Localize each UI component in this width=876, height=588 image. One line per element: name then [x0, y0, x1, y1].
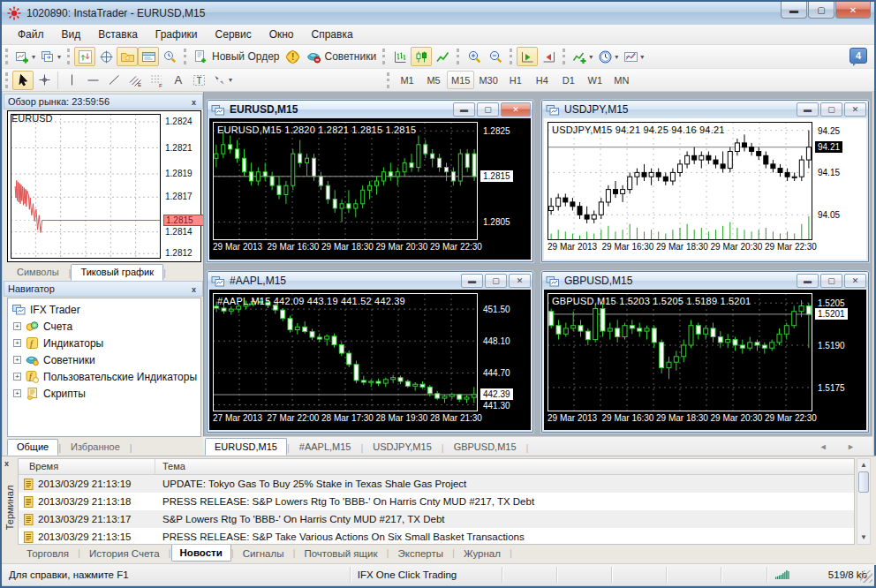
- close-button[interactable]: ✕: [835, 2, 871, 19]
- scroll-thumb[interactable]: [858, 471, 869, 493]
- scroll-up-icon[interactable]: ▲: [858, 460, 869, 471]
- chart-window-titlebar[interactable]: EURUSD,M15▬▢✕: [208, 101, 532, 118]
- important-button[interactable]: !: [283, 47, 304, 66]
- text-tool-button[interactable]: A: [167, 71, 188, 90]
- arrows-tool-button[interactable]: ▾: [209, 71, 235, 90]
- auto-scroll-button[interactable]: [517, 47, 538, 66]
- periods-dropdown-icon[interactable]: ▾: [615, 53, 618, 61]
- chart-minimize-button[interactable]: ▬: [797, 274, 819, 288]
- menu-окно[interactable]: Окно: [261, 26, 303, 43]
- templates-dropdown-icon[interactable]: ▾: [640, 53, 644, 61]
- chart-close-button[interactable]: ✕: [509, 274, 531, 288]
- templates-button[interactable]: ▾: [621, 47, 646, 66]
- nav-item-скрипты[interactable]: +Скрипты: [11, 385, 200, 402]
- timeframe-m1[interactable]: M1: [394, 71, 420, 89]
- toolbar-grip[interactable]: [510, 49, 514, 64]
- profiles-dropdown-icon[interactable]: ▾: [57, 53, 61, 61]
- nav-item-пользовательские-индикаторы[interactable]: +fПользовательские Индикаторы: [11, 368, 200, 385]
- experts-button[interactable]: Советники: [304, 47, 380, 66]
- news-table-header[interactable]: Время Тема: [19, 459, 854, 475]
- chart-minimize-button[interactable]: ▬: [461, 274, 483, 288]
- window-titlebar[interactable]: 1020890: InstaTrader - EURUSD,M15 ▬ ▢ ✕: [2, 2, 874, 25]
- timeframe-d1[interactable]: D1: [555, 71, 582, 89]
- chart-tab-eurusdm15[interactable]: EURUSD,M15: [205, 438, 287, 456]
- toolbar-grip[interactable]: [382, 49, 387, 64]
- zoom-in-button[interactable]: [464, 47, 485, 66]
- trendline-tool-button[interactable]: [103, 71, 125, 90]
- news-row[interactable]: 2013/03/29 21:13:17S&P Lowers Rtg To 'BB…: [19, 510, 854, 528]
- menu-графики[interactable]: Графики: [147, 26, 207, 43]
- toolbar-grip[interactable]: [5, 49, 10, 64]
- nav-item-счета[interactable]: +Счета: [11, 318, 200, 335]
- chart-tab-aaplm15[interactable]: #AAPL,M15: [290, 438, 361, 456]
- tick-chart[interactable]: EURUSD1.28241.28211.28191.28171.28141.28…: [7, 110, 201, 262]
- indicators-dropdown-icon[interactable]: ▾: [589, 53, 593, 61]
- cursor-tool-button[interactable]: [12, 71, 34, 90]
- tree-expand-icon[interactable]: +: [13, 373, 21, 381]
- vline-tool-button[interactable]: [61, 71, 82, 90]
- chart-window-titlebar[interactable]: USDJPY,M15▬▢✕: [542, 101, 868, 118]
- chart-tab-gbpusdm15[interactable]: GBPUSD,M15: [444, 438, 526, 456]
- chart-tab-usdjpym15[interactable]: USDJPY,M15: [363, 438, 441, 456]
- terminal-tab-новости[interactable]: Новости: [171, 545, 231, 562]
- chart-close-button[interactable]: ✕: [844, 274, 866, 288]
- chart-restore-button[interactable]: ▢: [485, 274, 507, 288]
- zoom-out-button[interactable]: [485, 47, 506, 66]
- nav-item-советники[interactable]: +Советники: [11, 351, 200, 368]
- periods-button[interactable]: ▾: [595, 47, 621, 66]
- new-chart-button[interactable]: ▾: [12, 47, 38, 66]
- menu-справка[interactable]: Справка: [303, 26, 362, 43]
- market-watch-tab-тиковый-график[interactable]: Тиковый график: [71, 264, 163, 281]
- news-column-topic[interactable]: Тема: [155, 459, 854, 474]
- chart-plot-area[interactable]: USDJPY,M15 94.21 94.25 94.16 94.2194.259…: [544, 118, 866, 260]
- toolbar-grip[interactable]: [184, 49, 188, 64]
- crosshair-tool-button[interactable]: [34, 71, 55, 90]
- market-watch-close-icon[interactable]: x: [188, 96, 200, 108]
- timeframe-h4[interactable]: H4: [529, 71, 555, 89]
- new-order-button[interactable]: Новый Ордер: [191, 47, 282, 66]
- data-window-button[interactable]: [95, 47, 117, 66]
- hline-tool-button[interactable]: [82, 71, 103, 90]
- news-column-time[interactable]: Время: [19, 459, 155, 474]
- terminal-tab-история-счета[interactable]: История Счета: [80, 545, 169, 562]
- status-one-click-trading[interactable]: IFX One Click Trading: [351, 567, 502, 583]
- strategy-tester-button[interactable]: [159, 47, 180, 66]
- scroll-down-icon[interactable]: ▼: [858, 532, 869, 543]
- minimize-button[interactable]: ▬: [781, 2, 807, 19]
- terminal-button[interactable]: [138, 47, 159, 66]
- market-watch-tab-символы[interactable]: Символы: [7, 264, 69, 281]
- tree-expand-icon[interactable]: +: [13, 339, 21, 347]
- timeframe-h1[interactable]: H1: [502, 71, 529, 89]
- maximize-button[interactable]: ▢: [808, 2, 834, 19]
- chart-close-button[interactable]: ✕: [501, 102, 531, 117]
- news-row[interactable]: 2013/03/29 21:13:15PRESS RELEASE: S&P Ta…: [19, 528, 854, 545]
- chart-restore-button[interactable]: ▢: [477, 102, 499, 117]
- chart-minimize-button[interactable]: ▬: [797, 102, 819, 117]
- news-row[interactable]: 2013/03/29 21:13:18PRESS RELEASE: S&P Lo…: [19, 493, 854, 510]
- chart-minimize-button[interactable]: ▬: [453, 102, 475, 117]
- chart-close-button[interactable]: ✕: [844, 102, 866, 117]
- toolbar-grip[interactable]: [563, 49, 567, 64]
- terminal-tab-почтовый-ящик[interactable]: Почтовый ящик: [295, 545, 386, 562]
- channel-tool-button[interactable]: E: [125, 71, 146, 90]
- nav-root-item[interactable]: IFX Trader: [11, 301, 200, 318]
- navigator-tab-общие[interactable]: Общие: [7, 439, 58, 456]
- candlesticks-button[interactable]: [411, 47, 432, 66]
- terminal-tab-журнал[interactable]: Журнал: [455, 545, 510, 562]
- line-chart-button[interactable]: [432, 47, 453, 66]
- toolbar-grip[interactable]: [5, 72, 10, 88]
- new-chart-dropdown-icon[interactable]: ▾: [32, 53, 35, 61]
- menu-вид[interactable]: Вид: [53, 26, 90, 43]
- terminal-close-icon[interactable]: x: [4, 459, 15, 470]
- timeframe-m30[interactable]: M30: [474, 71, 502, 89]
- chart-plot-area[interactable]: GBPUSD,M15 1.5203 1.5205 1.5189 1.52011.…: [544, 290, 866, 430]
- indicators-button[interactable]: ▾: [570, 47, 595, 66]
- tree-expand-icon[interactable]: +: [13, 356, 21, 364]
- menu-сервис[interactable]: Сервис: [207, 26, 261, 43]
- chart-window-titlebar[interactable]: GBPUSD,M15▬▢✕: [542, 272, 868, 290]
- label-tool-button[interactable]: T: [188, 71, 209, 90]
- market-watch-button[interactable]: [74, 47, 95, 66]
- bar-chart-button[interactable]: [389, 47, 411, 66]
- news-scrollbar[interactable]: ▲ ▼: [857, 458, 871, 545]
- profiles-button[interactable]: ▾: [38, 47, 64, 66]
